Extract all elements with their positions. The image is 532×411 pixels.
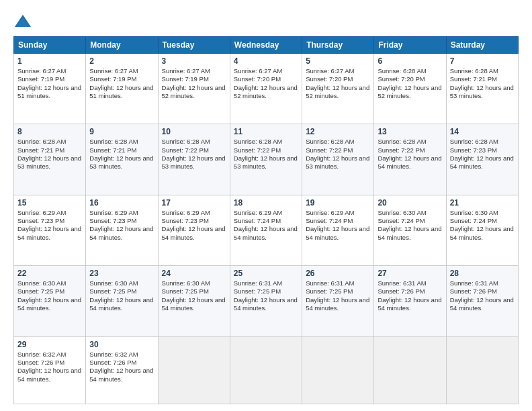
day-number: 30: [89, 340, 154, 349]
day-number: 20: [378, 198, 442, 208]
day-number: 14: [450, 127, 515, 136]
calendar-cell: 7Sunrise: 6:28 AM Sunset: 7:21 PM Daylig…: [446, 54, 518, 124]
calendar-week-row: 8Sunrise: 6:28 AM Sunset: 7:21 PM Daylig…: [14, 124, 519, 195]
day-info: Sunrise: 6:30 AM Sunset: 7:24 PM Dayligh…: [450, 209, 515, 242]
calendar-cell: 16Sunrise: 6:29 AM Sunset: 7:23 PM Dayli…: [86, 195, 158, 265]
calendar-cell: 11Sunrise: 6:28 AM Sunset: 7:22 PM Dayli…: [230, 124, 302, 195]
calendar-header-saturday: Saturday: [446, 37, 518, 54]
day-number: 25: [234, 269, 298, 278]
day-info: Sunrise: 6:28 AM Sunset: 7:21 PM Dayligh…: [450, 67, 515, 100]
calendar-cell: 3Sunrise: 6:27 AM Sunset: 7:19 PM Daylig…: [158, 54, 230, 124]
day-number: 21: [450, 198, 515, 208]
calendar-week-row: 1Sunrise: 6:27 AM Sunset: 7:19 PM Daylig…: [14, 54, 519, 124]
calendar-table: SundayMondayTuesdayWednesdayThursdayFrid…: [13, 36, 519, 404]
calendar-cell: 22Sunrise: 6:30 AM Sunset: 7:25 PM Dayli…: [14, 266, 86, 336]
calendar-cell: 9Sunrise: 6:28 AM Sunset: 7:21 PM Daylig…: [86, 124, 158, 195]
day-info: Sunrise: 6:31 AM Sunset: 7:25 PM Dayligh…: [234, 279, 298, 312]
day-info: Sunrise: 6:28 AM Sunset: 7:22 PM Dayligh…: [306, 138, 370, 171]
day-info: Sunrise: 6:28 AM Sunset: 7:23 PM Dayligh…: [450, 138, 515, 171]
calendar-cell: 28Sunrise: 6:31 AM Sunset: 7:26 PM Dayli…: [446, 266, 518, 336]
day-number: 26: [306, 269, 370, 278]
day-info: Sunrise: 6:28 AM Sunset: 7:22 PM Dayligh…: [378, 138, 442, 171]
day-number: 15: [17, 198, 82, 208]
day-info: Sunrise: 6:31 AM Sunset: 7:26 PM Dayligh…: [450, 279, 515, 312]
day-info: Sunrise: 6:30 AM Sunset: 7:25 PM Dayligh…: [89, 279, 154, 312]
calendar-header-thursday: Thursday: [302, 37, 374, 54]
calendar-cell: 26Sunrise: 6:31 AM Sunset: 7:25 PM Dayli…: [302, 266, 374, 336]
day-info: Sunrise: 6:28 AM Sunset: 7:21 PM Dayligh…: [17, 138, 82, 171]
calendar-cell: 1Sunrise: 6:27 AM Sunset: 7:19 PM Daylig…: [14, 54, 86, 124]
calendar-cell: 10Sunrise: 6:28 AM Sunset: 7:22 PM Dayli…: [158, 124, 230, 195]
day-info: Sunrise: 6:28 AM Sunset: 7:22 PM Dayligh…: [234, 138, 298, 171]
calendar-header-tuesday: Tuesday: [158, 37, 230, 54]
day-number: 8: [17, 127, 82, 136]
day-number: 5: [306, 56, 370, 66]
calendar-cell: [302, 336, 374, 404]
day-info: Sunrise: 6:27 AM Sunset: 7:19 PM Dayligh…: [17, 67, 82, 100]
day-number: 1: [17, 56, 82, 66]
day-number: 12: [306, 127, 370, 136]
calendar-cell: 17Sunrise: 6:29 AM Sunset: 7:23 PM Dayli…: [158, 195, 230, 265]
day-info: Sunrise: 6:27 AM Sunset: 7:19 PM Dayligh…: [162, 67, 226, 100]
day-info: Sunrise: 6:29 AM Sunset: 7:23 PM Dayligh…: [162, 209, 226, 242]
calendar-cell: 23Sunrise: 6:30 AM Sunset: 7:25 PM Dayli…: [86, 266, 158, 336]
day-info: Sunrise: 6:27 AM Sunset: 7:19 PM Dayligh…: [89, 67, 154, 100]
logo-icon: [13, 12, 32, 31]
day-number: 16: [89, 198, 154, 208]
day-number: 3: [162, 56, 226, 66]
calendar-cell: [446, 336, 518, 404]
day-info: Sunrise: 6:29 AM Sunset: 7:23 PM Dayligh…: [89, 209, 154, 242]
day-number: 17: [162, 198, 226, 208]
calendar-header-wednesday: Wednesday: [230, 37, 302, 54]
day-number: 23: [89, 269, 154, 278]
calendar-week-row: 15Sunrise: 6:29 AM Sunset: 7:23 PM Dayli…: [14, 195, 519, 265]
calendar-header-monday: Monday: [86, 37, 158, 54]
day-info: Sunrise: 6:29 AM Sunset: 7:23 PM Dayligh…: [17, 209, 82, 242]
calendar-cell: 13Sunrise: 6:28 AM Sunset: 7:22 PM Dayli…: [374, 124, 446, 195]
day-info: Sunrise: 6:30 AM Sunset: 7:24 PM Dayligh…: [378, 209, 442, 242]
day-info: Sunrise: 6:31 AM Sunset: 7:26 PM Dayligh…: [378, 279, 442, 312]
calendar-cell: 30Sunrise: 6:32 AM Sunset: 7:26 PM Dayli…: [86, 336, 158, 404]
calendar-cell: 5Sunrise: 6:27 AM Sunset: 7:20 PM Daylig…: [302, 54, 374, 124]
calendar-header-friday: Friday: [374, 37, 446, 54]
calendar-cell: 15Sunrise: 6:29 AM Sunset: 7:23 PM Dayli…: [14, 195, 86, 265]
day-number: 13: [378, 127, 442, 136]
calendar-header-row: SundayMondayTuesdayWednesdayThursdayFrid…: [14, 37, 519, 54]
header: [13, 12, 519, 31]
calendar-cell: 8Sunrise: 6:28 AM Sunset: 7:21 PM Daylig…: [14, 124, 86, 195]
calendar-cell: 18Sunrise: 6:29 AM Sunset: 7:24 PM Dayli…: [230, 195, 302, 265]
calendar-cell: 6Sunrise: 6:28 AM Sunset: 7:20 PM Daylig…: [374, 54, 446, 124]
day-info: Sunrise: 6:29 AM Sunset: 7:24 PM Dayligh…: [306, 209, 370, 242]
calendar-week-row: 29Sunrise: 6:32 AM Sunset: 7:26 PM Dayli…: [14, 336, 519, 404]
calendar-cell: 14Sunrise: 6:28 AM Sunset: 7:23 PM Dayli…: [446, 124, 518, 195]
calendar-cell: 21Sunrise: 6:30 AM Sunset: 7:24 PM Dayli…: [446, 195, 518, 265]
day-number: 18: [234, 198, 298, 208]
day-number: 24: [162, 269, 226, 278]
day-info: Sunrise: 6:27 AM Sunset: 7:20 PM Dayligh…: [306, 67, 370, 100]
page: SundayMondayTuesdayWednesdayThursdayFrid…: [0, 0, 532, 411]
logo-area: [13, 12, 35, 31]
day-number: 2: [89, 56, 154, 66]
calendar-cell: [374, 336, 446, 404]
calendar-cell: [230, 336, 302, 404]
calendar-cell: 27Sunrise: 6:31 AM Sunset: 7:26 PM Dayli…: [374, 266, 446, 336]
day-info: Sunrise: 6:32 AM Sunset: 7:26 PM Dayligh…: [89, 351, 154, 383]
day-number: 7: [450, 56, 515, 66]
day-number: 22: [17, 269, 82, 278]
day-number: 10: [162, 127, 226, 136]
calendar-cell: 29Sunrise: 6:32 AM Sunset: 7:26 PM Dayli…: [14, 336, 86, 404]
day-number: 9: [89, 127, 154, 136]
day-number: 4: [234, 56, 298, 66]
calendar-cell: 20Sunrise: 6:30 AM Sunset: 7:24 PM Dayli…: [374, 195, 446, 265]
day-info: Sunrise: 6:30 AM Sunset: 7:25 PM Dayligh…: [162, 279, 226, 312]
calendar-cell: 25Sunrise: 6:31 AM Sunset: 7:25 PM Dayli…: [230, 266, 302, 336]
day-info: Sunrise: 6:28 AM Sunset: 7:21 PM Dayligh…: [89, 138, 154, 171]
day-number: 11: [234, 127, 298, 136]
day-info: Sunrise: 6:30 AM Sunset: 7:25 PM Dayligh…: [17, 279, 82, 312]
day-number: 28: [450, 269, 515, 278]
day-number: 19: [306, 198, 370, 208]
calendar-cell: 12Sunrise: 6:28 AM Sunset: 7:22 PM Dayli…: [302, 124, 374, 195]
calendar-header-sunday: Sunday: [14, 37, 86, 54]
day-info: Sunrise: 6:28 AM Sunset: 7:22 PM Dayligh…: [162, 138, 226, 171]
day-number: 6: [378, 56, 442, 66]
